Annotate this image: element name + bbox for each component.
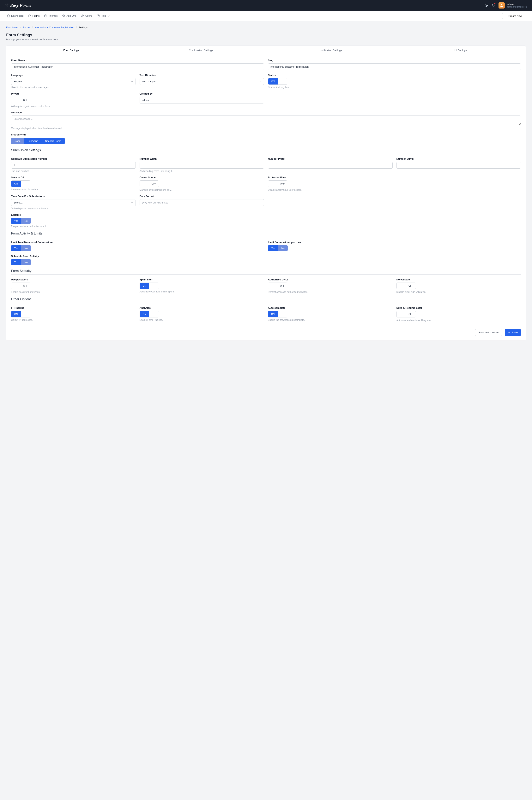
- tab-ui-settings[interactable]: UI Settings: [396, 46, 526, 55]
- limit-user-toggle[interactable]: Yes No: [268, 245, 288, 251]
- limit-total-label: Limit Total Number of Submissions: [11, 241, 264, 243]
- spam-filter-toggle[interactable]: ON: [139, 283, 159, 289]
- private-label: Private: [11, 92, 136, 95]
- nav-forms[interactable]: Forms: [26, 11, 42, 21]
- message-help: Message displayed when form has been dis…: [11, 127, 521, 130]
- svg-point-0: [501, 4, 502, 5]
- timezone-select[interactable]: Select...: [11, 199, 136, 206]
- help-icon: [97, 14, 100, 17]
- limit-user-label: Limit Submissions per User: [268, 241, 521, 243]
- check-square-icon: [28, 14, 31, 17]
- breadcrumb-dashboard[interactable]: Dashboard: [6, 26, 19, 29]
- limit-total-toggle[interactable]: Yes No: [11, 245, 31, 251]
- user-email: admin@example.com: [507, 6, 527, 8]
- puzzle-icon: [62, 14, 65, 17]
- language-select[interactable]: English: [11, 78, 136, 85]
- notifications-icon[interactable]: [492, 3, 495, 7]
- password-toggle[interactable]: OFF: [11, 283, 31, 289]
- protected-files-label: Protected Files: [268, 176, 393, 179]
- private-help: Will require sign in to access the form.: [11, 105, 136, 108]
- analytics-toggle[interactable]: ON: [139, 311, 159, 317]
- svg-point-4: [82, 15, 83, 16]
- shared-with-group: None Everyone Specific Users: [11, 138, 65, 144]
- nav-users[interactable]: Users: [79, 11, 94, 21]
- avatar: [498, 2, 505, 8]
- ip-tracking-toggle[interactable]: ON: [11, 311, 31, 317]
- breadcrumb-forms[interactable]: Forms: [23, 26, 30, 29]
- num-width-input[interactable]: [139, 162, 264, 169]
- editable-toggle[interactable]: Yes No: [11, 218, 31, 224]
- slug-input[interactable]: [268, 63, 521, 70]
- security-title: Form Security: [11, 269, 521, 273]
- app-name: Easy Forms: [10, 3, 31, 8]
- user-menu[interactable]: admin admin@example.com: [498, 2, 527, 8]
- created-by-label: Created by: [139, 92, 264, 95]
- timezone-label: Time Zone For Submissions: [11, 195, 136, 198]
- tab-notification-settings[interactable]: Notification Settings: [266, 46, 396, 55]
- gen-num-label: Generate Submission Number: [11, 157, 136, 160]
- svg-point-1: [44, 15, 47, 17]
- num-width-label: Number Width: [139, 157, 264, 160]
- submission-settings-title: Submission Settings: [11, 148, 521, 152]
- save-button[interactable]: Save: [505, 329, 521, 336]
- main-nav: Dashboard Forms Themes Add-Ons Users Hel…: [0, 11, 532, 21]
- num-suffix-label: Number Suffix: [397, 157, 521, 160]
- page-subtitle: Manage your form and email notifications…: [6, 38, 526, 41]
- language-label: Language: [11, 74, 136, 76]
- date-format-input[interactable]: [139, 199, 264, 206]
- private-toggle[interactable]: OFF: [11, 97, 31, 103]
- other-title: Other Options: [11, 297, 521, 301]
- tab-form-settings[interactable]: Form Settings: [6, 46, 136, 55]
- settings-tabs: Form Settings Confirmation Settings Noti…: [6, 46, 526, 55]
- chevron-down-icon: [523, 15, 525, 17]
- save-continue-button[interactable]: Save and continue: [475, 329, 502, 336]
- protected-files-toggle[interactable]: OFF: [268, 180, 287, 187]
- svg-point-5: [83, 15, 83, 16]
- autocomplete-toggle[interactable]: ON: [268, 311, 287, 317]
- tab-confirmation-settings[interactable]: Confirmation Settings: [136, 46, 266, 55]
- breadcrumb-form[interactable]: International Customer Registration: [35, 26, 74, 29]
- gen-num-input[interactable]: [11, 162, 136, 169]
- save-resume-toggle[interactable]: OFF: [397, 311, 416, 317]
- message-textarea[interactable]: [11, 115, 521, 125]
- shared-specific-button[interactable]: Specific Users: [42, 138, 65, 144]
- num-prefix-input[interactable]: [268, 162, 393, 169]
- check-icon: [508, 331, 511, 334]
- no-validate-toggle[interactable]: OFF: [397, 283, 416, 289]
- save-db-label: Save to DB: [11, 176, 136, 179]
- shared-everyone-button[interactable]: Everyone: [24, 138, 42, 144]
- notification-badge: [494, 3, 496, 4]
- limits-title: Form Activity & Limits: [11, 232, 521, 235]
- schedule-label: Schedule Form Activity: [11, 255, 521, 258]
- schedule-toggle[interactable]: Yes No: [11, 259, 31, 265]
- chevron-down-icon: [107, 14, 110, 17]
- owner-scope-toggle[interactable]: OFF: [139, 180, 159, 187]
- home-icon: [7, 14, 10, 17]
- create-new-button[interactable]: Create New: [502, 13, 527, 19]
- users-icon: [81, 14, 84, 17]
- form-name-label: Form Name *: [11, 59, 264, 62]
- palette-icon: [44, 14, 47, 17]
- nav-addons[interactable]: Add-Ons: [60, 11, 79, 21]
- num-prefix-label: Number Prefix: [268, 157, 393, 160]
- app-logo[interactable]: Easy Forms: [5, 3, 31, 8]
- theme-toggle-icon[interactable]: [484, 3, 488, 7]
- owner-scope-label: Owner Scope: [139, 176, 264, 179]
- message-label: Message: [11, 111, 521, 114]
- nav-themes[interactable]: Themes: [42, 11, 60, 21]
- edit-icon: [5, 3, 8, 7]
- status-toggle[interactable]: ON: [268, 78, 287, 85]
- save-db-toggle[interactable]: ON: [11, 180, 31, 187]
- status-label: Status: [268, 74, 521, 76]
- shared-none-button[interactable]: None: [11, 138, 24, 144]
- nav-dashboard[interactable]: Dashboard: [5, 11, 26, 21]
- text-direction-select[interactable]: Left to Right: [139, 78, 264, 85]
- topbar: Easy Forms admin admin@example.com: [0, 0, 532, 11]
- page-title: Form Settings: [6, 33, 526, 37]
- form-name-input[interactable]: [11, 63, 264, 70]
- num-suffix-input[interactable]: [397, 162, 521, 169]
- created-by-input[interactable]: [139, 97, 264, 104]
- breadcrumb: Dashboard / Forms / International Custom…: [6, 26, 526, 29]
- nav-help[interactable]: Help: [94, 11, 113, 21]
- authorized-urls-toggle[interactable]: OFF: [268, 283, 287, 289]
